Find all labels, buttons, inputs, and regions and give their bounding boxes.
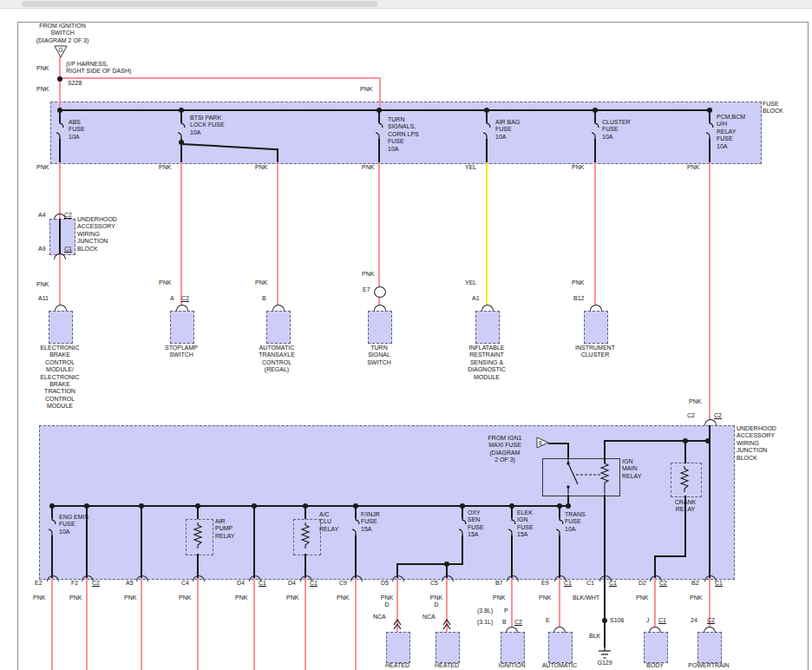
module-box-transaxle	[266, 311, 291, 344]
wire-color-label: PNK	[235, 594, 247, 601]
wire-ebcm	[59, 253, 61, 305]
connector-id: C1	[259, 580, 266, 587]
module-box-automatic	[548, 632, 573, 663]
wire-through-junction	[59, 219, 61, 253]
connector-arc-icon	[649, 627, 661, 633]
junction-block-label: UNDERHOOD ACCESSORY WIRING JUNCTION BLOC…	[737, 425, 776, 462]
splice-label: S106	[610, 617, 624, 624]
pin-label: A5	[126, 580, 134, 587]
wire-turn-feed	[379, 77, 381, 110]
wire-c4-out	[197, 578, 199, 670]
wire-color-label: PNK	[539, 594, 551, 601]
wire-color-label: PNK	[687, 164, 699, 171]
wire-color-label: PNK	[286, 594, 298, 601]
connector-arc-icon	[704, 627, 716, 633]
pin-label: C4	[181, 580, 189, 587]
connector-id: C1	[658, 617, 666, 624]
wire-ign-feed-branch	[59, 77, 381, 79]
connector-id: C1	[609, 580, 617, 587]
wire-color-label: BLK/WHT	[573, 594, 599, 601]
connector-arc-icon	[54, 253, 66, 259]
junction-dot	[444, 562, 449, 567]
connector-id: C1	[310, 580, 318, 587]
wire-stoplamp	[180, 162, 182, 305]
junction-dot	[705, 438, 710, 443]
junction-dot	[84, 503, 89, 509]
connector-arc-icon	[55, 305, 67, 311]
coil-icon	[193, 522, 203, 548]
wire-color-label: PNK	[493, 594, 505, 601]
wire-a5-out	[141, 578, 142, 670]
pin-label: B12	[573, 295, 584, 302]
connector-arc-icon	[193, 575, 205, 581]
fuse-icon	[47, 518, 57, 535]
pin-label: A11	[38, 295, 49, 302]
coil-icon	[300, 522, 311, 548]
splice-s228-dot	[57, 76, 62, 82]
wire-color-label: PNK	[255, 164, 267, 171]
wire-crank-coil-top	[684, 440, 686, 463]
svg-text:E: E	[539, 440, 543, 446]
connector-arc-icon	[481, 305, 494, 311]
module-label: TURN SIGNAL SWITCH	[349, 345, 409, 366]
wire-stub	[59, 139, 61, 162]
fuse-icon	[457, 518, 468, 535]
junction-dot	[303, 503, 308, 509]
junction-dot	[139, 503, 144, 509]
splice-s106-dot	[602, 618, 607, 623]
nca-arrow-icon	[442, 618, 452, 630]
fuse-label: ENG EMIS FUSE 10A	[59, 514, 88, 535]
fuse-icon	[55, 122, 65, 139]
junction-dot	[707, 108, 712, 113]
pin-label: B2	[691, 580, 699, 587]
wire-color-label: PNK	[36, 281, 49, 288]
junction-dot	[593, 108, 598, 113]
wire-a5	[141, 506, 142, 578]
coil-icon	[679, 466, 690, 492]
nca-label: NCA	[422, 614, 435, 621]
pin-label: A1	[472, 295, 480, 302]
engine-variant: (3.1L)	[477, 619, 493, 626]
fuse-icon	[374, 122, 384, 139]
junction-dot	[566, 503, 571, 509]
wire-stub	[51, 535, 53, 578]
pin-label: C1	[586, 580, 594, 587]
wire-cluster	[594, 162, 596, 305]
connector-arc-icon	[136, 575, 148, 581]
junction-dot	[179, 108, 184, 113]
junction-dot	[377, 108, 382, 113]
wire-d4b-out	[304, 578, 306, 670]
wire-color-label: PNK D	[378, 594, 396, 609]
module-box-turn-signal	[368, 311, 392, 344]
wire-color-label: PNK	[360, 86, 372, 93]
fuse-label: CLUSTER FUSE 10A	[602, 119, 631, 141]
module-label: POWERTRAIN	[683, 662, 735, 669]
pin-label: A	[170, 295, 174, 302]
wire-color-label: PNK	[33, 594, 45, 601]
junction-dot	[179, 140, 184, 145]
wire-color-label: PNK	[689, 398, 701, 405]
wire-b7-out	[511, 578, 513, 627]
lower-bus	[51, 505, 569, 507]
wire-color-label: PNK	[337, 594, 349, 601]
module-box-cluster	[584, 311, 608, 344]
relay-label: CRANK RELAY	[664, 499, 707, 514]
module-label: STOPLAMP SWITCH	[147, 345, 216, 359]
source-note: FROM IGNITION SWITCH (DIAGRAM 2 OF 3)	[19, 23, 106, 44]
wire-stub	[559, 535, 560, 578]
ground-label: G129	[593, 660, 617, 667]
junction-dot	[57, 108, 62, 113]
scrollbar-thumb[interactable]	[22, 1, 377, 7]
wire-airbag	[486, 162, 488, 305]
wire-transaxle	[277, 162, 278, 305]
pin-label: E2	[35, 580, 43, 587]
underhood-junction-block	[39, 425, 735, 580]
module-label: AUTOMATIC	[534, 662, 586, 669]
connector-id: C1	[564, 580, 572, 587]
relay-label: IGN MAIN RELAY	[622, 458, 641, 480]
module-box-ignition	[501, 632, 525, 663]
junction-dot	[484, 108, 489, 113]
wire-ground-out	[604, 578, 606, 647]
connector-arc-icon	[176, 305, 188, 311]
module-label: INSTRUMENT CLUSTER	[556, 345, 634, 359]
